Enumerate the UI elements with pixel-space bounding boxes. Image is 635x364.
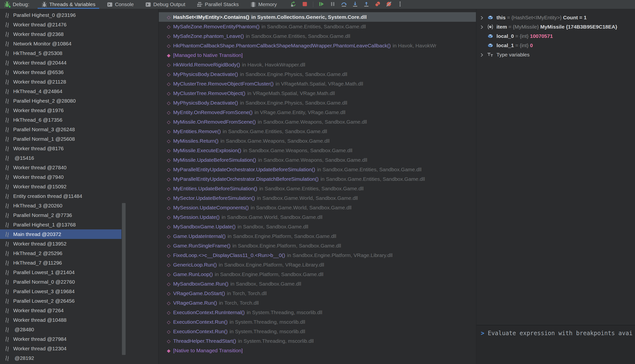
stack-frame-row[interactable]: ◇ThreadHelper.ThreadStart()in System.Thr… <box>159 336 476 346</box>
stack-frame-row[interactable]: ◇ExecutionContext.Run()in System.Threadi… <box>159 326 476 336</box>
thread-list-item[interactable]: @15416 <box>0 153 122 163</box>
thread-list-item[interactable]: Worker thread @2368 <box>0 29 122 39</box>
stack-frame-row[interactable]: ◇MyMissile.OnRemovedFromScene()in Sandbo… <box>159 117 476 126</box>
thread-list-item[interactable]: Parallel Highest_2 @28080 <box>0 96 122 106</box>
stack-frame-row[interactable]: ◇MyMissile.ExecuteExplosion()in Sandbox.… <box>159 146 476 155</box>
thread-list-item[interactable]: Worker thread @12304 <box>0 344 122 353</box>
thread-list-item[interactable]: @28480 <box>0 325 122 334</box>
thread-list-item[interactable]: HkThread_5 @25308 <box>0 48 122 58</box>
stack-frame-row[interactable]: ◇MySandboxGame.Update()in Sandbox, Sandb… <box>159 222 476 231</box>
stack-frame-row[interactable]: ◇MyParallelEntityUpdateOrchestrator.Disp… <box>159 174 476 184</box>
tab-memory[interactable]: Memory <box>246 0 281 9</box>
stack-frame-row[interactable]: ◇MyParallelEntityUpdateOrchestrator.Upda… <box>159 165 476 174</box>
rerun-button[interactable] <box>289 1 298 8</box>
thread-list-item[interactable]: Parallel Normal_2 @7736 <box>0 210 122 220</box>
tab-threads-variables[interactable]: Threads & Variables <box>38 0 100 9</box>
resume-button[interactable] <box>317 1 326 8</box>
stack-frame-row[interactable]: ◇MySandboxGame.Run()in Sandbox, Sandbox.… <box>159 279 476 288</box>
thread-list-item[interactable]: @28192 <box>0 353 122 363</box>
step-out-button[interactable] <box>362 1 371 8</box>
step-over-button[interactable] <box>339 1 348 8</box>
stack-frame-row[interactable]: ◇Game.RunSingleFrame()in Sandbox.Engine.… <box>159 241 476 250</box>
frame-method: MyParallelEntityUpdateOrchestrator.Dispa… <box>173 176 318 182</box>
thread-list-item[interactable]: Parallel Normal_3 @26248 <box>0 124 122 134</box>
stack-frame-row[interactable]: ◇VRageGame.DoStart()in Torch, Torch.dll <box>159 288 476 298</box>
thread-list-item[interactable]: Worker thread @15092 <box>0 182 122 191</box>
thread-list-item[interactable]: Worker thread @21476 <box>0 20 122 29</box>
chevron-right-icon[interactable] <box>480 52 484 57</box>
thread-list-item[interactable]: HkThread_6 @17356 <box>0 115 122 124</box>
stack-frame-row[interactable]: ◇ExecutionContext.Run()in System.Threadi… <box>159 317 476 326</box>
thread-list-item[interactable]: Worker thread @10488 <box>0 315 122 325</box>
chevron-right-icon[interactable] <box>480 25 484 29</box>
thread-list-item[interactable]: Parallel Lowest_1 @21404 <box>0 268 122 277</box>
thread-icon <box>4 308 10 314</box>
stack-frame-row[interactable]: ◆[Native to Managed Transition] <box>159 346 476 355</box>
step-into-button[interactable] <box>350 1 360 8</box>
stack-frame-row[interactable]: ◇MySector.UpdateBeforeSimulation()in San… <box>159 193 476 203</box>
more-options-button[interactable] <box>396 1 404 8</box>
thread-list-item[interactable]: Worker thread @8176 <box>0 144 122 153</box>
stack-frame-row[interactable]: ◇MyMissile.UpdateBeforeSimulation()in Sa… <box>159 155 476 165</box>
thread-list-item[interactable]: Parallel Highest_1 @13768 <box>0 220 122 230</box>
stack-frame-row[interactable]: ◇MyEntities.Remove()in Sandbox.Game.Enti… <box>159 126 476 136</box>
tab-parallel-stacks[interactable]: Parallel Stacks <box>193 0 242 9</box>
thread-list-item[interactable]: Worker thread @27840 <box>0 163 122 172</box>
variable-row[interactable]: Type variables <box>476 50 635 59</box>
stack-frame-row[interactable]: ◇MyClusterTree.RemoveObjectFromCluster()… <box>159 79 476 88</box>
stack-frame-row[interactable]: ◇HashSet<IMyEntity>.Contains()in System.… <box>159 12 476 22</box>
stack-frame-row[interactable]: ◇MyPhysicsBody.Deactivate()in Sandbox.En… <box>159 70 476 79</box>
thread-list-item[interactable]: Worker thread @1976 <box>0 106 122 115</box>
variable-row[interactable]: local_0 = {int} 10070571 <box>476 32 635 41</box>
pause-button[interactable] <box>328 1 337 8</box>
thread-list-item[interactable]: HkThread_4 @24864 <box>0 86 122 96</box>
thread-list-item[interactable]: Parallel Lowest_3 @19684 <box>0 286 122 296</box>
thread-list-item[interactable]: Worker thread @13952 <box>0 239 122 248</box>
thread-list-item[interactable]: Worker thread @7940 <box>0 172 122 182</box>
thread-list-item[interactable]: Worker thread @21128 <box>0 77 122 86</box>
thread-list-item[interactable]: Main thread @20372 <box>0 230 122 239</box>
thread-list-item[interactable]: Worker thread @7264 <box>0 306 122 315</box>
stack-frame-row[interactable]: ◇MyMissiles.Return()in Sandbox.Game.Weap… <box>159 136 476 146</box>
view-breakpoints-button[interactable] <box>373 1 382 8</box>
tab-console[interactable]: Console <box>103 0 138 9</box>
thread-list-item[interactable]: Parallel Normal_1 @25608 <box>0 134 122 144</box>
thread-list-item[interactable]: HkThread_3 @20260 <box>0 201 122 210</box>
thread-list-item[interactable]: HkThread_2 @25296 <box>0 248 122 258</box>
thread-list-item[interactable]: Parallel Normal_0 @22760 <box>0 277 122 286</box>
stack-frame-row[interactable]: ◇MySession.UpdateComponents()in Sandbox.… <box>159 203 476 212</box>
stack-frame-row[interactable]: ◇Game.UpdateInternal()in Sandbox.Engine.… <box>159 231 476 241</box>
stack-frame-row[interactable]: ◆[Managed to Native Transition] <box>159 50 476 60</box>
thread-list-item[interactable]: Entity creation thread @11484 <box>0 191 122 201</box>
variable-row[interactable]: local_1 = {int} 0 <box>476 41 635 50</box>
thread-list-item[interactable]: Worker thread @20444 <box>0 58 122 68</box>
stack-frame-row[interactable]: ◇Game.RunLoop()in Sandbox.Engine.Platfor… <box>159 270 476 279</box>
stack-frame-row[interactable]: ◇GenericLoop.Run()in Sandbox.Engine.Plat… <box>159 260 476 270</box>
thread-list-item[interactable]: Worker thread @6536 <box>0 68 122 77</box>
threads-scrollbar-thumb[interactable] <box>122 203 126 355</box>
stack-frame-row[interactable]: ◇ExecutionContext.RunInternal()in System… <box>159 308 476 317</box>
thread-list-item[interactable]: Parallel Lowest_2 @26456 <box>0 296 122 306</box>
thread-list-item[interactable]: Worker thread @27984 <box>0 334 122 344</box>
stop-button[interactable] <box>300 1 309 8</box>
thread-list-item[interactable]: HkThread_7 @11296 <box>0 258 122 268</box>
stack-frame-row[interactable]: ◇MySafeZone.RemoveEntityPhantom()in Sand… <box>159 22 476 31</box>
stack-frame-row[interactable]: ◇MyPhysicsBody.Deactivate()in Sandbox.En… <box>159 98 476 108</box>
stack-frame-row[interactable]: ◇MySession.Update()in Sandbox.Game.World… <box>159 212 476 222</box>
thread-list-item[interactable]: Parallel Highest_0 @23196 <box>0 10 122 20</box>
stack-frame-row[interactable]: ◇HkWorld.RemoveRigidBody()in Havok, Havo… <box>159 60 476 70</box>
stack-frame-row[interactable]: ◇FixedLoop.<>c__DisplayClass11_0.<Run>b_… <box>159 250 476 260</box>
stack-frame-row[interactable]: ◇HkPhantomCallbackShape.PhantomCallbackS… <box>159 41 476 50</box>
stack-frame-row[interactable]: ◇MyClusterTree.RemoveObject()in VRageMat… <box>159 88 476 98</box>
variable-row[interactable]: this = {HashSet<IMyEntity>} Count = 1 <box>476 13 635 22</box>
evaluate-console[interactable]: >Evaluate expression with breakpoints av… <box>476 326 635 364</box>
stack-frame-row[interactable]: ◇MyEntity.OnRemovedFromScene()in VRage.G… <box>159 108 476 117</box>
stack-frame-row[interactable]: ◇MyEntities.UpdateBeforeSimulation()in S… <box>159 184 476 193</box>
thread-list-item[interactable]: Network Monitor @10864 <box>0 39 122 48</box>
tab-debug-output[interactable]: Debug Output <box>142 0 189 9</box>
mute-breakpoints-button[interactable] <box>384 1 393 8</box>
stack-frame-row[interactable]: ◇VRageGame.Run()in Torch, Torch.dll <box>159 298 476 308</box>
stack-frame-row[interactable]: ◇MySafeZone.phantom_Leave()in Sandbox.Ga… <box>159 31 476 41</box>
variable-row[interactable]: item = {MyMissile} MyMissile {174B3B95E9… <box>476 22 635 32</box>
chevron-right-icon[interactable] <box>480 16 484 20</box>
